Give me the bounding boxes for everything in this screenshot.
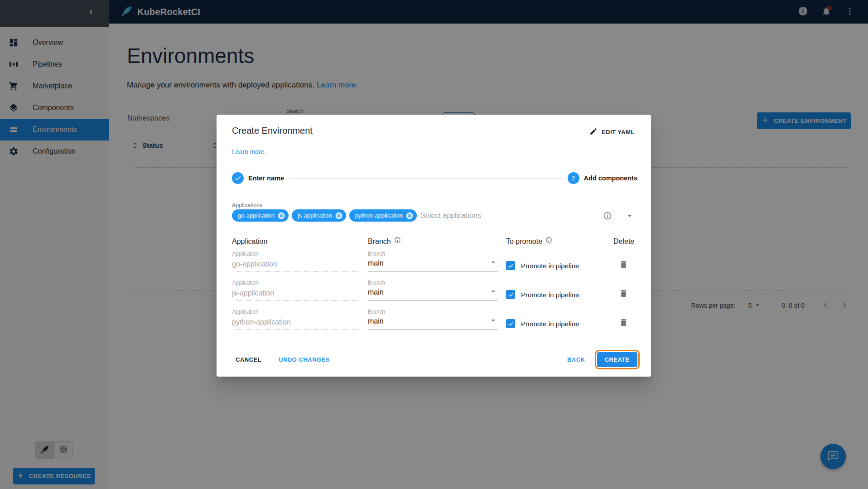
delete-row-button[interactable] [617,317,630,329]
table-row-application-cell: Application go-application [232,247,368,276]
dropdown-caret-icon[interactable] [625,211,635,221]
stepper-connector [289,178,562,179]
dropdown-caret-icon [489,287,498,298]
application-value: python-application [232,318,362,329]
column-header-to-promote: To promote [506,236,613,247]
chip-label: js-application [298,212,332,219]
column-header-branch: Branch [368,236,506,247]
branch-field-label: Branch [368,309,506,315]
promote-label: Promote in pipeline [521,291,579,299]
footer-right-actions: BACK CREATE [564,352,637,367]
dropdown-caret-icon [489,316,498,327]
create-button[interactable]: CREATE [597,352,637,367]
edit-yaml-label: EDIT YAML [602,129,635,136]
step2-circle: 2 [568,172,579,184]
checkbox-checked-icon[interactable] [506,261,515,270]
application-field-label: Application [232,251,368,257]
dialog-learn-more-link[interactable]: Learn more. [232,148,266,155]
dialog-footer: CANCEL UNDO CHANGES BACK CREATE [232,352,637,367]
step1-check-icon [232,172,244,184]
promote-checkbox-row[interactable]: Promote in pipeline [506,261,579,270]
stepper: Enter name 2 Add components [232,172,637,184]
info-icon[interactable] [394,237,401,243]
application-value: js-application [232,289,362,300]
chip-remove-icon[interactable] [405,212,414,220]
chip-python-application[interactable]: python-application [349,209,417,222]
promote-label: Promote in pipeline [521,320,579,328]
application-field-label: Application [232,309,368,315]
delete-row-button[interactable] [617,288,630,300]
application-value: go-application [232,260,362,271]
applications-placeholder: Select applications [420,212,603,220]
trash-icon [619,289,628,300]
column-header-delete: Delete [613,236,637,247]
step2-label[interactable]: Add components [584,174,637,182]
app-root: KubeRocketCI [0,0,868,489]
table-row-delete-cell [613,247,637,276]
table-row-branch-cell: Branch main [368,276,506,305]
dropdown-caret-icon [489,258,498,269]
dialog-title: Create Environment [232,126,313,136]
column-header-label: Application [232,237,267,246]
pencil-icon [589,127,598,137]
table-row-application-cell: Application js-application [232,276,368,305]
branch-select[interactable]: main [368,287,498,300]
table-row-application-cell: Application python-application [232,305,368,334]
branch-value: main [368,288,384,296]
branch-value: main [368,259,384,267]
back-button[interactable]: BACK [564,353,589,367]
branch-select[interactable]: main [368,316,498,329]
column-header-label: To promote [506,237,542,246]
selected-application-chips: go-application js-application python-app… [232,209,417,222]
cancel-button[interactable]: CANCEL [232,353,265,367]
promote-checkbox-row[interactable]: Promote in pipeline [506,290,579,299]
chip-go-application[interactable]: go-application [232,209,289,222]
applications-field-label: Applications [232,202,637,208]
application-field-label: Application [232,280,368,286]
checkbox-checked-icon[interactable] [506,319,515,328]
chip-label: python-application [355,212,403,219]
undo-changes-button[interactable]: UNDO CHANGES [275,353,333,367]
branch-select[interactable]: main [368,258,498,271]
info-icon[interactable] [545,237,552,243]
column-header-label: Branch [368,237,391,246]
chip-remove-icon[interactable] [277,212,285,220]
trash-icon [619,260,628,271]
table-row-delete-cell [613,276,637,305]
chip-js-application[interactable]: js-application [292,209,346,222]
applications-multiselect[interactable]: go-application js-application python-app… [232,209,637,225]
checkbox-checked-icon[interactable] [506,290,515,299]
branch-value: main [368,317,384,325]
promote-checkbox-row[interactable]: Promote in pipeline [506,319,579,328]
table-row-branch-cell: Branch main [368,305,506,334]
branch-field-label: Branch [368,280,506,286]
chip-label: go-application [238,212,275,219]
edit-yaml-button[interactable]: EDIT YAML [587,126,637,139]
table-row-promote-cell: Promote in pipeline [506,276,613,305]
table-row-delete-cell [613,305,637,334]
table-row-promote-cell: Promote in pipeline [506,305,613,334]
trash-icon [619,318,628,329]
create-environment-dialog: Create Environment EDIT YAML Learn more.… [217,115,651,377]
table-row-promote-cell: Promote in pipeline [506,247,613,276]
step1-label[interactable]: Enter name [248,174,284,182]
dialog-header: Create Environment EDIT YAML [232,126,637,138]
applications-table: Application Branch To promote Delete App… [232,236,637,334]
delete-row-button[interactable] [617,259,630,271]
table-row-branch-cell: Branch main [368,247,506,276]
column-header-label: Delete [613,237,634,246]
chip-remove-icon[interactable] [335,212,343,220]
info-icon[interactable] [603,211,612,220]
column-header-application: Application [232,236,368,247]
promote-label: Promote in pipeline [521,262,579,270]
branch-field-label: Branch [368,251,506,257]
